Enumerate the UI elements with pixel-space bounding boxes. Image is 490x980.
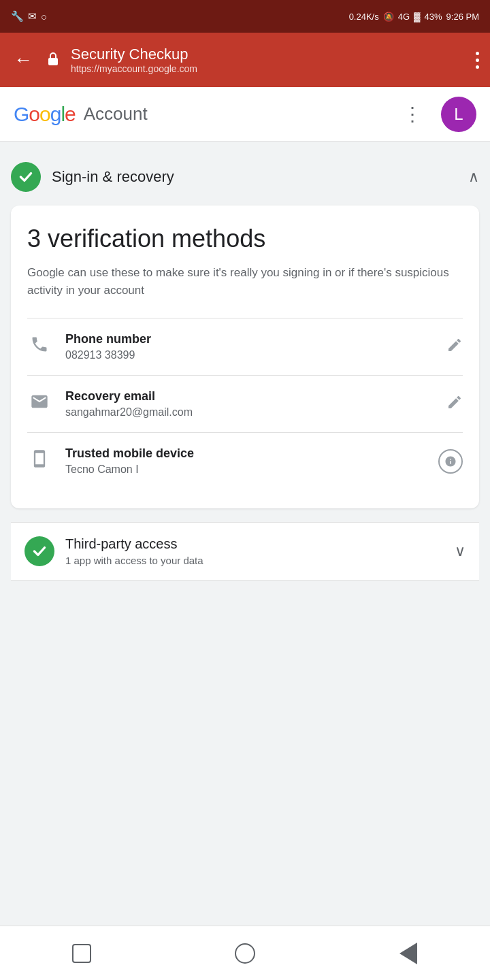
phone-info: Phone number 082913 38399: [65, 332, 433, 361]
signin-section-header: Sign-in & recovery ∧: [11, 155, 479, 206]
back-button[interactable]: ←: [11, 46, 35, 74]
recovery-email-label: Recovery email: [65, 389, 433, 404]
recovery-email-edit-button[interactable]: [446, 394, 463, 414]
signin-collapse-chevron[interactable]: ∧: [468, 168, 479, 186]
phone-edit-button[interactable]: [446, 337, 463, 357]
trusted-device-value: Tecno Camon I: [65, 463, 425, 476]
back-triangle-icon: [399, 943, 417, 964]
trusted-device-item: Trusted mobile device Tecno Camon I: [27, 432, 463, 489]
mail-icon: ✉: [28, 10, 37, 22]
nav-back-button[interactable]: [391, 936, 426, 971]
google-logo: Google: [14, 103, 76, 126]
wrench-icon: 🔧: [11, 10, 24, 22]
time-display: 9:26 PM: [446, 12, 479, 22]
trusted-device-info-button[interactable]: [438, 449, 463, 474]
bell-mute-icon: 🔕: [383, 12, 394, 22]
speed-indicator: 0.24K/s: [349, 12, 379, 22]
third-party-title: Third-party access: [65, 536, 444, 552]
phone-number-item: Phone number 082913 38399: [27, 318, 463, 375]
status-left-icons: 🔧 ✉ ○: [11, 10, 47, 22]
email-icon: [27, 392, 52, 416]
recovery-email-value: sangahmar20@gmail.com: [65, 406, 433, 419]
nav-home-button[interactable]: [227, 936, 263, 971]
phone-icon: [27, 335, 52, 359]
trusted-device-label: Trusted mobile device: [65, 446, 425, 461]
lock-icon: [46, 51, 60, 69]
home-circle-icon: [235, 943, 255, 964]
battery-icon: ▓: [414, 12, 420, 22]
browser-toolbar: ← Security Checkup https://myaccount.goo…: [0, 33, 490, 87]
third-party-section: Third-party access 1 app with access to …: [11, 522, 479, 581]
recents-square-icon: [72, 944, 91, 963]
circle-icon: ○: [41, 11, 47, 22]
verification-description: Google can use these to make sure it's r…: [27, 264, 463, 299]
status-bar: 🔧 ✉ ○ 0.24K/s 🔕 4G ▓ 43% 9:26 PM: [0, 0, 490, 33]
battery-percent: 43%: [425, 12, 442, 22]
verification-card: 3 verification methods Google can use th…: [11, 206, 479, 508]
user-avatar[interactable]: L: [441, 97, 476, 132]
browser-menu-button[interactable]: [476, 52, 479, 69]
browser-url-text: https://myaccount.google.com: [71, 63, 465, 74]
main-content: Sign-in & recovery ∧ 3 verification meth…: [0, 142, 490, 594]
signin-section-title: Sign-in & recovery: [52, 168, 457, 186]
recovery-email-info: Recovery email sangahmar20@gmail.com: [65, 389, 433, 419]
verification-count: 3 verification methods: [27, 225, 463, 253]
svg-rect-0: [48, 58, 58, 65]
trusted-device-info: Trusted mobile device Tecno Camon I: [65, 446, 425, 476]
header-menu-button[interactable]: ⋮: [403, 103, 422, 125]
nav-recents-button[interactable]: [64, 936, 99, 971]
browser-page-title: Security Checkup: [71, 46, 465, 63]
navigation-bar: [0, 926, 490, 980]
phone-label: Phone number: [65, 332, 433, 346]
third-party-check-icon: [24, 536, 54, 566]
browser-url-block: Security Checkup https://myaccount.googl…: [71, 46, 465, 74]
mobile-device-icon: [27, 449, 52, 473]
signin-check-icon: [11, 162, 41, 192]
third-party-subtitle: 1 app with access to your data: [65, 555, 444, 566]
status-right-info: 0.24K/s 🔕 4G ▓ 43% 9:26 PM: [349, 12, 479, 22]
recovery-email-item: Recovery email sangahmar20@gmail.com: [27, 375, 463, 432]
signal-icon: 4G: [398, 12, 410, 22]
third-party-info: Third-party access 1 app with access to …: [65, 536, 444, 566]
phone-value: 082913 38399: [65, 349, 433, 361]
third-party-expand-chevron[interactable]: ∨: [455, 542, 466, 560]
google-account-label: Account: [84, 103, 395, 125]
google-account-header: Google Account ⋮ L: [0, 87, 490, 142]
